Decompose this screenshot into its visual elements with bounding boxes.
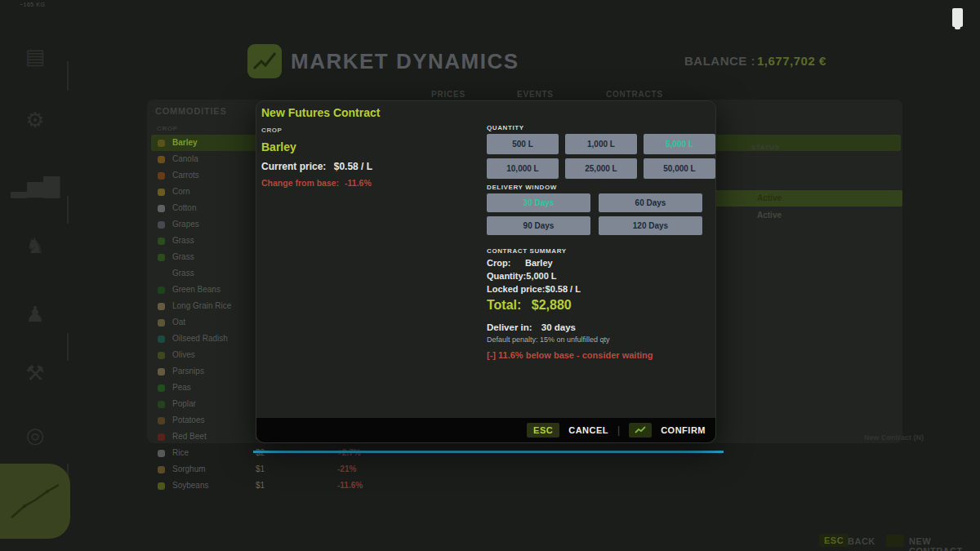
confirm-key-icon[interactable] — [629, 423, 652, 438]
crop-name: Green Beans — [172, 285, 220, 294]
crop-price: $1 — [256, 481, 265, 490]
crop-name: Rice — [172, 448, 189, 457]
crop-icon — [158, 352, 165, 359]
tab[interactable]: CONTRACTS — [606, 90, 663, 99]
contract-summary-rows: Crop: Barley Quantity: 5,000 L Locked pr… — [487, 258, 715, 297]
animals-icon[interactable]: ♞ — [20, 230, 51, 261]
change-from-base-label: Change from base: — [261, 178, 339, 188]
crop-name: Olives — [172, 350, 195, 359]
new-futures-contract-modal: New Futures Contract CROP Barley Current… — [256, 100, 716, 443]
crop-icon — [158, 172, 165, 180]
tab[interactable]: EVENTS — [517, 90, 554, 99]
current-price-label: Current price: — [261, 161, 326, 172]
statistics-icon[interactable]: ▂▅▇ — [20, 170, 51, 201]
summary-row-label: Locked price: — [487, 284, 546, 297]
back-button[interactable]: BACK — [848, 536, 875, 546]
crop-name: Oat — [172, 318, 185, 327]
commodity-row[interactable]: Soybeans $1 -11.6% — [151, 478, 901, 494]
cancel-button[interactable]: CANCEL — [568, 425, 608, 435]
crop-change: -11.6% — [337, 481, 363, 490]
chart-squiggle-icon — [634, 425, 647, 435]
change-from-base-row: Change from base: -11.6% — [261, 178, 372, 188]
balance-value: 1,677,702 € — [757, 54, 826, 68]
quantity-option-button[interactable]: 50,000 L — [644, 158, 715, 179]
crop-name: Poplar — [172, 399, 196, 408]
crop-icon — [158, 189, 165, 196]
summary-row: Quantity: 5,000 L — [487, 271, 715, 284]
crop-name: Sorghum — [172, 464, 206, 473]
crop-name: Grass — [172, 269, 194, 278]
tab[interactable]: PRICES — [431, 90, 466, 99]
commodity-row[interactable]: Sorghum $1 -21% — [151, 461, 901, 478]
crop-icon — [158, 156, 165, 163]
market-dynamics-screen: ~165 KG ▤ ⚙ ▂▅▇ ♞ ♟ ⚒ — [0, 0, 980, 551]
summary-row-value: 5,000 L — [526, 271, 556, 284]
quantity-option-button[interactable]: 10,000 L — [487, 158, 559, 179]
construction-icon[interactable]: ◎ — [20, 420, 51, 451]
below-base-warning: [-] 11.6% below base - consider waiting — [487, 350, 653, 360]
crop-icon — [158, 482, 165, 490]
crop-section-label: CROP — [261, 127, 283, 134]
sidebar-divider — [67, 333, 69, 361]
default-penalty-text: Default penalty: 15% on unfulfilled qty — [487, 335, 610, 344]
quantity-option-button[interactable]: 500 L — [487, 134, 559, 154]
commodities-title: COMMODITIES — [155, 106, 227, 116]
modal-footer: ESC CANCEL | CONFIRM — [256, 418, 715, 442]
market-toast[interactable] — [0, 464, 70, 539]
crop-icon — [158, 254, 165, 261]
crop-name: Red Beet — [172, 432, 207, 441]
vehicles-icon[interactable]: ⚒ — [20, 358, 51, 389]
summary-row-value: $0.58 / L — [546, 284, 581, 297]
delivery-window-section-label: DELIVERY WINDOW — [487, 184, 557, 191]
current-price-row: Current price: $0.58 / L — [261, 161, 372, 172]
crop-icon — [158, 319, 165, 327]
sidebar-divider — [67, 61, 69, 91]
quantity-option-button[interactable]: 1,000 L — [565, 134, 637, 154]
crop-name: Barley — [172, 138, 198, 147]
crop-icon — [158, 466, 165, 473]
summary-row-label: Crop: — [487, 258, 525, 271]
crop-name: Corn — [172, 187, 190, 196]
new-contract-button[interactable]: NEW CONTRACT — [909, 536, 980, 551]
contract-status: Active — [757, 211, 782, 220]
commodity-row[interactable]: Rice $2 +2.7% — [151, 445, 901, 461]
crop-icon — [158, 270, 165, 278]
esc-key-badge[interactable]: ESC — [819, 534, 849, 547]
hud-weight-text: ~165 KG — [20, 2, 45, 7]
crop-name: Canola — [172, 154, 198, 163]
summary-row: Locked price: $0.58 / L — [487, 284, 715, 297]
crop-column-header: CROP — [157, 125, 178, 132]
modal-right-column: QUANTITY 500 L 1,000 L 5,000 L 10,000 L … — [485, 101, 717, 420]
crop-name: Cotton — [172, 203, 196, 212]
crop-name: Potatoes — [172, 415, 204, 424]
finances-icon[interactable]: ▤ — [20, 41, 51, 72]
delivery-option-button[interactable]: 120 Days — [599, 216, 702, 235]
deliver-in-row: Deliver in: 30 days — [487, 322, 576, 332]
crop-icon — [158, 433, 165, 441]
crop-icon — [158, 287, 165, 294]
confirm-button[interactable]: CONFIRM — [661, 425, 706, 435]
crop-icon — [158, 221, 165, 229]
crop-icon — [158, 384, 165, 392]
esc-key-badge[interactable]: ESC — [527, 423, 559, 438]
modal-title: New Futures Contract — [261, 106, 380, 119]
deliver-in-label: Deliver in: — [487, 322, 532, 332]
contract-status: Active — [757, 193, 782, 202]
total-row: Total: $2,880 — [487, 298, 572, 313]
crop-icon — [158, 368, 165, 375]
quantity-option-button[interactable]: 25,000 L — [565, 158, 637, 179]
production-icon[interactable]: ⚙ — [20, 104, 51, 136]
market-dynamics-logo-icon — [247, 44, 282, 78]
chart-line-icon — [0, 464, 70, 539]
crop-name: Carrots — [172, 171, 199, 180]
delivery-option-button[interactable]: 30 Days — [487, 193, 590, 212]
summary-row-label: Quantity: — [487, 271, 526, 284]
crop-name: Oilseed Radish — [172, 334, 228, 343]
workers-icon[interactable]: ♟ — [20, 299, 51, 330]
summary-row-value: Barley — [525, 258, 553, 271]
delivery-option-button[interactable]: 90 Days — [487, 216, 590, 235]
delivery-option-button[interactable]: 60 Days — [599, 193, 702, 212]
total-value: $2,880 — [532, 298, 572, 312]
quantity-option-button[interactable]: 5,000 L — [644, 134, 715, 154]
crop-name: Peas — [172, 383, 191, 392]
